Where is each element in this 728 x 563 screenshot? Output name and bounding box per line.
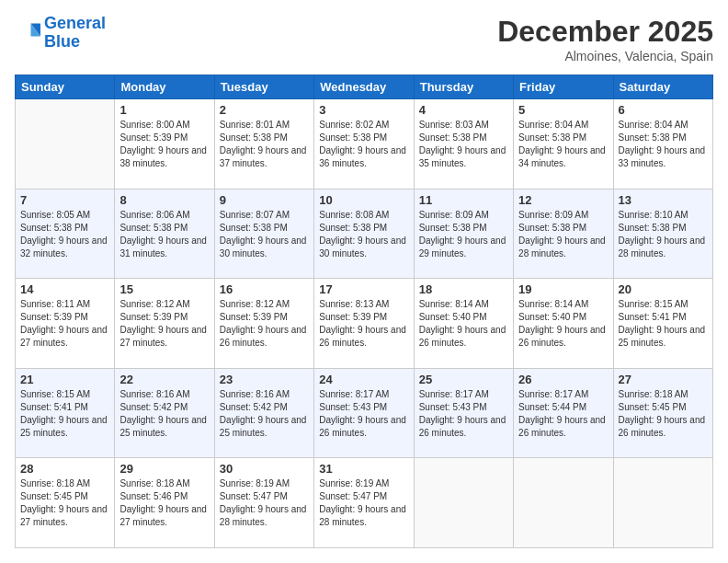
table-row: 15 Sunrise: 8:12 AM Sunset: 5:39 PM Dayl…: [115, 279, 214, 369]
day-info: Sunrise: 8:04 AM Sunset: 5:38 PM Dayligh…: [619, 119, 708, 170]
table-row: [514, 458, 613, 548]
table-row: [16, 99, 115, 190]
calendar-row: 28 Sunrise: 8:18 AM Sunset: 5:45 PM Dayl…: [16, 458, 713, 548]
table-row: 3 Sunrise: 8:02 AM Sunset: 5:38 PM Dayli…: [314, 99, 414, 190]
th-thursday: Thursday: [414, 75, 513, 99]
weekday-header-row: Sunday Monday Tuesday Wednesday Thursday…: [16, 75, 713, 99]
table-row: 4 Sunrise: 8:03 AM Sunset: 5:38 PM Dayli…: [414, 99, 513, 190]
day-number: 20: [619, 282, 708, 296]
day-number: 17: [319, 282, 408, 296]
day-info: Sunrise: 8:10 AM Sunset: 5:38 PM Dayligh…: [619, 209, 708, 260]
th-wednesday: Wednesday: [314, 75, 414, 99]
logo: General Blue: [15, 15, 106, 52]
day-number: 22: [119, 373, 209, 386]
calendar-row: 1 Sunrise: 8:00 AM Sunset: 5:39 PM Dayli…: [16, 99, 713, 190]
day-number: 9: [220, 193, 309, 207]
day-info: Sunrise: 8:00 AM Sunset: 5:39 PM Dayligh…: [119, 119, 209, 170]
day-info: Sunrise: 8:07 AM Sunset: 5:38 PM Dayligh…: [220, 209, 309, 260]
day-number: 6: [619, 103, 708, 117]
day-number: 28: [20, 462, 109, 476]
day-number: 24: [319, 373, 408, 386]
table-row: 28 Sunrise: 8:18 AM Sunset: 5:45 PM Dayl…: [16, 458, 115, 548]
th-monday: Monday: [115, 75, 214, 99]
day-info: Sunrise: 8:15 AM Sunset: 5:41 PM Dayligh…: [20, 388, 109, 440]
table-row: 13 Sunrise: 8:10 AM Sunset: 5:38 PM Dayl…: [613, 189, 712, 279]
day-number: 14: [20, 282, 109, 296]
day-number: 27: [619, 373, 708, 386]
day-number: 16: [220, 282, 309, 296]
table-row: 31 Sunrise: 8:19 AM Sunset: 5:47 PM Dayl…: [314, 458, 414, 548]
table-row: 21 Sunrise: 8:15 AM Sunset: 5:41 PM Dayl…: [16, 368, 115, 458]
table-row: 23 Sunrise: 8:16 AM Sunset: 5:42 PM Dayl…: [214, 368, 313, 458]
day-number: 3: [319, 103, 408, 117]
day-info: Sunrise: 8:08 AM Sunset: 5:38 PM Dayligh…: [319, 209, 408, 260]
table-row: 9 Sunrise: 8:07 AM Sunset: 5:38 PM Dayli…: [214, 189, 313, 279]
logo-line2: Blue: [44, 32, 80, 51]
day-info: Sunrise: 8:09 AM Sunset: 5:38 PM Dayligh…: [419, 209, 508, 260]
location: Almoines, Valencia, Spain: [497, 49, 713, 63]
calendar-row: 14 Sunrise: 8:11 AM Sunset: 5:39 PM Dayl…: [16, 279, 713, 369]
table-row: 5 Sunrise: 8:04 AM Sunset: 5:38 PM Dayli…: [514, 99, 613, 190]
table-row: [613, 458, 712, 548]
day-info: Sunrise: 8:11 AM Sunset: 5:39 PM Dayligh…: [20, 298, 109, 350]
day-info: Sunrise: 8:17 AM Sunset: 5:43 PM Dayligh…: [319, 388, 408, 440]
table-row: 14 Sunrise: 8:11 AM Sunset: 5:39 PM Dayl…: [16, 279, 115, 369]
table-row: [414, 458, 513, 548]
day-info: Sunrise: 8:15 AM Sunset: 5:41 PM Dayligh…: [619, 298, 708, 350]
day-number: 10: [319, 193, 408, 207]
table-row: 10 Sunrise: 8:08 AM Sunset: 5:38 PM Dayl…: [314, 189, 414, 279]
calendar-row: 7 Sunrise: 8:05 AM Sunset: 5:38 PM Dayli…: [16, 189, 713, 279]
table-row: 8 Sunrise: 8:06 AM Sunset: 5:38 PM Dayli…: [115, 189, 214, 279]
table-row: 16 Sunrise: 8:12 AM Sunset: 5:39 PM Dayl…: [214, 279, 313, 369]
calendar-row: 21 Sunrise: 8:15 AM Sunset: 5:41 PM Dayl…: [16, 368, 713, 458]
month-title: December 2025: [497, 15, 713, 49]
calendar: Sunday Monday Tuesday Wednesday Thursday…: [15, 75, 713, 548]
table-row: 17 Sunrise: 8:13 AM Sunset: 5:39 PM Dayl…: [314, 279, 414, 369]
day-number: 7: [20, 193, 109, 207]
day-number: 23: [220, 373, 309, 386]
table-row: 11 Sunrise: 8:09 AM Sunset: 5:38 PM Dayl…: [414, 189, 513, 279]
day-info: Sunrise: 8:03 AM Sunset: 5:38 PM Dayligh…: [419, 119, 508, 170]
day-number: 1: [119, 103, 209, 117]
table-row: 20 Sunrise: 8:15 AM Sunset: 5:41 PM Dayl…: [613, 279, 712, 369]
day-info: Sunrise: 8:17 AM Sunset: 5:44 PM Dayligh…: [518, 388, 608, 440]
day-info: Sunrise: 8:06 AM Sunset: 5:38 PM Dayligh…: [119, 209, 209, 260]
day-number: 11: [419, 193, 508, 207]
day-number: 12: [518, 193, 608, 207]
day-info: Sunrise: 8:18 AM Sunset: 5:46 PM Dayligh…: [119, 477, 209, 529]
th-friday: Friday: [514, 75, 613, 99]
day-number: 19: [518, 282, 608, 296]
table-row: 2 Sunrise: 8:01 AM Sunset: 5:38 PM Dayli…: [214, 99, 313, 190]
day-number: 25: [419, 373, 508, 386]
day-number: 2: [220, 103, 309, 117]
th-sunday: Sunday: [16, 75, 115, 99]
table-row: 26 Sunrise: 8:17 AM Sunset: 5:44 PM Dayl…: [514, 368, 613, 458]
table-row: 18 Sunrise: 8:14 AM Sunset: 5:40 PM Dayl…: [414, 279, 513, 369]
th-tuesday: Tuesday: [214, 75, 313, 99]
day-number: 18: [419, 282, 508, 296]
day-info: Sunrise: 8:14 AM Sunset: 5:40 PM Dayligh…: [419, 298, 508, 350]
day-number: 15: [119, 282, 209, 296]
day-number: 4: [419, 103, 508, 117]
day-info: Sunrise: 8:19 AM Sunset: 5:47 PM Dayligh…: [319, 477, 408, 529]
page: General Blue December 2025 Almoines, Val…: [0, 0, 728, 563]
table-row: 19 Sunrise: 8:14 AM Sunset: 5:40 PM Dayl…: [514, 279, 613, 369]
day-info: Sunrise: 8:14 AM Sunset: 5:40 PM Dayligh…: [518, 298, 608, 350]
day-number: 30: [220, 462, 309, 476]
day-number: 5: [518, 103, 608, 117]
logo-line1: General: [44, 14, 106, 32]
day-number: 13: [619, 193, 708, 207]
table-row: 25 Sunrise: 8:17 AM Sunset: 5:43 PM Dayl…: [414, 368, 513, 458]
day-info: Sunrise: 8:19 AM Sunset: 5:47 PM Dayligh…: [220, 477, 309, 529]
table-row: 29 Sunrise: 8:18 AM Sunset: 5:46 PM Dayl…: [115, 458, 214, 548]
day-info: Sunrise: 8:17 AM Sunset: 5:43 PM Dayligh…: [419, 388, 508, 440]
table-row: 22 Sunrise: 8:16 AM Sunset: 5:42 PM Dayl…: [115, 368, 214, 458]
day-number: 29: [119, 462, 209, 476]
day-number: 8: [119, 193, 209, 207]
table-row: 6 Sunrise: 8:04 AM Sunset: 5:38 PM Dayli…: [613, 99, 712, 190]
day-info: Sunrise: 8:09 AM Sunset: 5:38 PM Dayligh…: [518, 209, 608, 260]
table-row: 1 Sunrise: 8:00 AM Sunset: 5:39 PM Dayli…: [115, 99, 214, 190]
day-info: Sunrise: 8:13 AM Sunset: 5:39 PM Dayligh…: [319, 298, 408, 350]
day-info: Sunrise: 8:12 AM Sunset: 5:39 PM Dayligh…: [119, 298, 209, 350]
day-info: Sunrise: 8:16 AM Sunset: 5:42 PM Dayligh…: [119, 388, 209, 440]
